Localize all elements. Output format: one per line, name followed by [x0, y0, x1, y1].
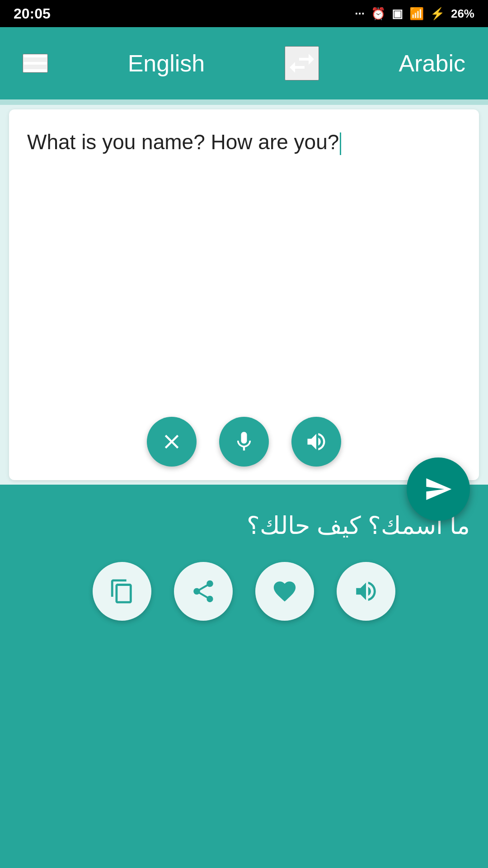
copy-button[interactable]: [93, 562, 151, 621]
output-text: ما اسمك؟ كيف حالك؟: [18, 507, 470, 544]
swap-icon: [286, 47, 318, 80]
top-nav: English Arabic: [0, 27, 488, 99]
menu-button[interactable]: [23, 54, 48, 73]
clear-icon: [160, 430, 183, 453]
charging-icon: ⚡: [430, 7, 445, 21]
volume-icon: [353, 578, 379, 604]
status-icons: ··· ⏰ ▣ 📶 ⚡ 26%: [355, 7, 474, 21]
translate-button[interactable]: [407, 458, 470, 521]
sim-icon: ▣: [392, 7, 403, 21]
speaker-icon: [305, 430, 328, 453]
input-area: What is you name? How are you?: [9, 109, 479, 480]
status-time: 20:05: [14, 5, 51, 22]
swap-languages-button[interactable]: [285, 46, 319, 80]
copy-icon: [109, 578, 135, 604]
battery-percent: 26%: [451, 7, 474, 21]
send-icon: [424, 475, 453, 504]
microphone-icon: [232, 430, 256, 453]
speak-input-button[interactable]: [291, 417, 341, 467]
favorite-button[interactable]: [255, 562, 314, 621]
heart-icon: [272, 578, 298, 604]
source-language-button[interactable]: English: [128, 50, 205, 77]
input-text[interactable]: What is you name? How are you?: [27, 127, 461, 408]
output-wrapper: ما اسمك؟ كيف حالك؟: [0, 485, 488, 868]
separator: [0, 99, 488, 105]
share-icon: [190, 578, 216, 604]
share-button[interactable]: [174, 562, 233, 621]
clear-button[interactable]: [147, 417, 197, 467]
speak-output-button[interactable]: [337, 562, 395, 621]
input-text-content: What is you name? How are you?: [27, 130, 339, 154]
input-actions: [27, 417, 461, 467]
signal-icon: 📶: [409, 7, 424, 21]
more-icon: ···: [355, 7, 365, 21]
menu-line: [23, 62, 47, 65]
status-bar: 20:05 ··· ⏰ ▣ 📶 ⚡ 26%: [0, 0, 488, 27]
output-actions: [18, 562, 470, 621]
main-content: What is you name? How are you?: [0, 105, 488, 868]
menu-line: [23, 69, 47, 72]
menu-line: [23, 55, 47, 57]
target-language-button[interactable]: Arabic: [399, 50, 465, 77]
input-wrapper: What is you name? How are you?: [0, 105, 488, 485]
text-cursor: [340, 132, 341, 155]
microphone-button[interactable]: [219, 417, 269, 467]
alarm-icon: ⏰: [371, 7, 385, 21]
